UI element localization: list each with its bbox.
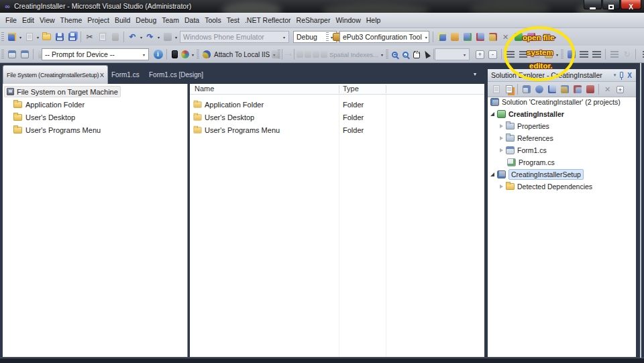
deploy-icon[interactable]: [513, 31, 524, 43]
menu-resharper[interactable]: ReSharper: [294, 16, 333, 24]
tree-item-users-programs-menu[interactable]: User's Programs Menu: [3, 123, 187, 136]
toolbar-grip[interactable]: [1, 50, 4, 60]
minimize-button[interactable]: [584, 0, 602, 9]
menu-build[interactable]: Build: [112, 16, 133, 24]
tree-item-project2[interactable]: CreatingInstallerSetup: [488, 168, 636, 180]
dropdown-arrow-icon[interactable]: ▾: [555, 52, 559, 57]
custom-actions-editor-icon[interactable]: [566, 48, 577, 60]
dropdown-arrow-icon[interactable]: ▾: [553, 35, 557, 40]
dropdown-arrow-icon[interactable]: ▾: [36, 35, 40, 40]
tab-file-system[interactable]: File System (CreatingInstallerSetup) X: [3, 65, 108, 84]
tree-item-program[interactable]: Program.cs: [488, 156, 636, 168]
copy-icon[interactable]: [97, 31, 108, 43]
save-all-icon[interactable]: [66, 31, 78, 43]
build-tools-icon[interactable]: ✕: [500, 31, 511, 43]
combo-arrow-icon[interactable]: ▾: [460, 49, 469, 60]
toolbar-grip[interactable]: [326, 32, 329, 42]
solution-explorer-header[interactable]: Solution Explorer - CreatingInstaller ▾ …: [488, 69, 636, 82]
pivot-icon[interactable]: [304, 48, 312, 60]
properties-icon[interactable]: [504, 84, 515, 95]
tree-item-users-desktop[interactable]: User's Desktop: [3, 111, 187, 123]
device-info-icon[interactable]: i: [152, 48, 164, 60]
header-separator[interactable]: [339, 85, 339, 93]
dropdown-arrow-icon[interactable]: ▾: [156, 35, 161, 40]
tree-item-form1[interactable]: Form1.cs: [488, 144, 636, 156]
minus-box-icon[interactable]: -: [487, 48, 498, 60]
toolbar-grip[interactable]: [386, 50, 388, 60]
database-sync-icon[interactable]: [474, 31, 486, 43]
copy-web-site-icon[interactable]: [491, 84, 502, 95]
menu-edit[interactable]: Edit: [19, 16, 37, 24]
align-lines-icon[interactable]: [608, 48, 620, 60]
dropdown-arrow-icon[interactable]: ▾: [18, 35, 23, 40]
menu-net-reflector[interactable]: .NET Reflector: [242, 16, 294, 24]
graph-icon[interactable]: [271, 48, 280, 60]
menu-test[interactable]: Test: [224, 16, 242, 24]
save-icon[interactable]: [54, 31, 65, 43]
menu-help[interactable]: Help: [364, 16, 384, 24]
collapsed-arrow-icon[interactable]: [500, 124, 503, 128]
view-code-icon[interactable]: [547, 84, 557, 95]
zoom-in-icon[interactable]: +: [390, 48, 400, 60]
tree-item-solution[interactable]: Solution 'CreatingInstaller' (2 projects…: [488, 96, 636, 108]
active-files-dropdown-icon[interactable]: ▾: [474, 71, 476, 77]
config-tool-combo[interactable]: ePub3 Configuration Tool▾: [339, 31, 429, 43]
list-row[interactable]: User's Desktop Folder: [190, 111, 484, 123]
menu-file[interactable]: File: [3, 16, 19, 24]
combo-arrow-icon[interactable]: ▾: [140, 49, 148, 60]
navigate-backward-icon[interactable]: [162, 31, 173, 43]
column-type[interactable]: Type: [343, 85, 359, 93]
extra-tool-icon[interactable]: [541, 31, 552, 43]
attach-to-iis-button[interactable]: Attach To Local IIS: [214, 51, 270, 58]
menu-project[interactable]: Project: [85, 16, 112, 24]
menu-theme[interactable]: Theme: [58, 16, 85, 24]
toolbar-grip[interactable]: [1, 32, 4, 42]
title-bar[interactable]: ∞ CreatingInstaller - Microsoft Visual S…: [0, 0, 644, 13]
header-separator[interactable]: [386, 85, 386, 93]
overflow-icon[interactable]: [639, 48, 644, 60]
collapsed-arrow-icon[interactable]: [500, 148, 503, 152]
registry-editor-icon[interactable]: [517, 48, 529, 60]
phone-tool-icon[interactable]: [170, 48, 179, 60]
window-position-icon[interactable]: ▾: [614, 72, 616, 78]
plus-box-icon[interactable]: +: [474, 48, 486, 60]
swap-icon[interactable]: [312, 48, 320, 60]
auto-hide-pin-icon[interactable]: [620, 72, 623, 78]
maximize-button[interactable]: [602, 0, 620, 9]
zoom-out-icon[interactable]: -: [400, 48, 411, 60]
paste-icon[interactable]: [109, 31, 121, 43]
add-button-icon[interactable]: +: [615, 84, 626, 95]
open-data-icon[interactable]: [449, 31, 460, 43]
new-window-alt-icon[interactable]: [19, 48, 30, 60]
menu-tools[interactable]: Tools: [202, 16, 224, 24]
tab-form1-design[interactable]: Form1.cs [Design]: [145, 65, 207, 84]
tree-item-application-folder[interactable]: Application Folder: [3, 98, 187, 111]
pan-hand-icon[interactable]: [411, 48, 422, 60]
tree-item-references[interactable]: References: [488, 132, 636, 144]
menu-team[interactable]: Team: [159, 16, 182, 24]
outdent-icon[interactable]: [591, 48, 602, 60]
tree-item-root[interactable]: File System on Target Machine: [3, 85, 187, 98]
expanded-arrow-icon[interactable]: [490, 112, 494, 116]
combo-arrow-icon[interactable]: ▾: [422, 32, 429, 42]
indent-icon[interactable]: [578, 48, 590, 60]
menu-window[interactable]: Window: [333, 16, 363, 24]
close-button[interactable]: X: [621, 0, 641, 9]
list-row[interactable]: Application Folder Folder: [190, 98, 484, 111]
lightning-icon[interactable]: ⤍: [284, 48, 292, 60]
undo-icon[interactable]: ↶: [127, 31, 138, 43]
show-all-files-icon[interactable]: [521, 84, 532, 95]
zoom-level-combo[interactable]: ▾: [435, 48, 470, 60]
publish-icon[interactable]: [525, 31, 537, 43]
collapsed-arrow-icon[interactable]: [500, 185, 503, 189]
toolbar-grip[interactable]: [197, 50, 199, 60]
menu-data[interactable]: Data: [182, 16, 202, 24]
file-types-editor-icon[interactable]: [530, 48, 541, 60]
combo-arrow-icon[interactable]: ▾: [280, 32, 288, 42]
refresh-icon[interactable]: [534, 84, 545, 95]
tree-item-properties[interactable]: Properties: [488, 120, 636, 132]
cut-icon[interactable]: ✂: [84, 31, 95, 43]
add-database-icon[interactable]: [462, 31, 473, 43]
color-tool-icon[interactable]: [180, 48, 190, 60]
user-interface-editor-icon[interactable]: [543, 48, 554, 60]
